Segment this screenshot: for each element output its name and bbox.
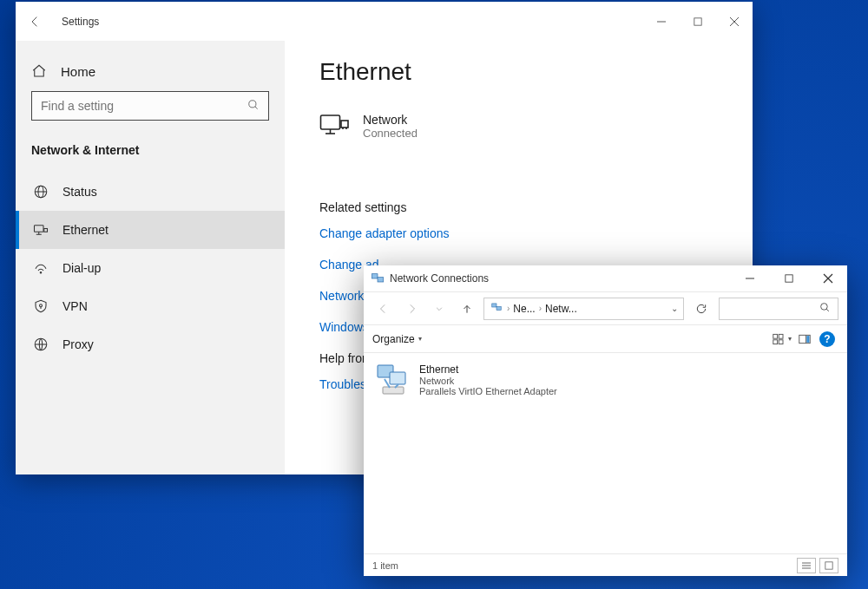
- nav-back-button[interactable]: [372, 298, 395, 320]
- breadcrumb-seg-2[interactable]: Netw...: [545, 303, 577, 315]
- explorer-maximize-button[interactable]: [769, 265, 808, 291]
- explorer-window-title: Network Connections: [390, 272, 730, 285]
- back-button[interactable]: [16, 2, 55, 41]
- explorer-status-bar: 1 item: [364, 553, 847, 576]
- chevron-right-icon: ›: [539, 304, 542, 313]
- proxy-icon: [33, 337, 49, 352]
- svg-rect-1: [694, 17, 701, 24]
- adapter-icon: [374, 363, 409, 398]
- view-options-button[interactable]: ▾: [771, 328, 793, 350]
- sidebar-item-label: Status: [62, 185, 97, 199]
- nav-forward-button[interactable]: [400, 298, 423, 320]
- network-monitor-icon: [319, 112, 347, 140]
- maximize-button[interactable]: [680, 9, 716, 35]
- svg-rect-12: [44, 229, 48, 232]
- sidebar-item-status[interactable]: Status: [16, 173, 285, 211]
- sidebar-item-ethernet[interactable]: Ethernet: [16, 211, 285, 249]
- sidebar-item-proxy[interactable]: Proxy: [16, 325, 285, 363]
- svg-point-4: [249, 100, 256, 107]
- breadcrumb[interactable]: › Ne... › Netw... ⌄: [483, 298, 684, 320]
- minimize-button[interactable]: [643, 9, 680, 35]
- svg-rect-36: [773, 339, 778, 344]
- dialup-icon: [33, 260, 49, 276]
- settings-sidebar: Home Network & Internet Status Ethern: [16, 41, 285, 474]
- sidebar-item-label: Proxy: [62, 337, 94, 351]
- organize-menu[interactable]: Organize ▾: [372, 333, 422, 345]
- explorer-close-button[interactable]: [808, 265, 847, 291]
- network-card[interactable]: Network Connected: [319, 112, 718, 140]
- svg-rect-25: [378, 278, 384, 282]
- status-icon: [33, 184, 49, 200]
- close-button[interactable]: [716, 9, 753, 35]
- large-icons-view-button[interactable]: [819, 558, 838, 573]
- search-icon: [247, 99, 260, 114]
- sidebar-item-dialup[interactable]: Dial-up: [16, 249, 285, 287]
- svg-point-14: [40, 304, 43, 307]
- search-icon: [819, 302, 831, 316]
- help-icon: ?: [819, 331, 835, 347]
- network-name: Network: [363, 113, 418, 127]
- adapter-name: Ethernet: [419, 363, 557, 376]
- svg-rect-30: [492, 304, 496, 307]
- help-button[interactable]: ?: [816, 328, 838, 350]
- preview-pane-button[interactable]: [793, 328, 816, 350]
- svg-line-5: [255, 106, 258, 108]
- nav-recent-button[interactable]: [428, 298, 450, 320]
- organize-label: Organize: [372, 333, 415, 345]
- svg-rect-49: [825, 561, 832, 568]
- svg-point-32: [821, 303, 828, 310]
- svg-rect-27: [785, 275, 792, 282]
- breadcrumb-root-icon: [490, 301, 503, 316]
- network-status: Connected: [363, 127, 418, 140]
- svg-rect-31: [496, 306, 501, 310]
- status-item-count: 1 item: [372, 560, 398, 571]
- refresh-button[interactable]: [689, 298, 713, 320]
- dropdown-caret-icon: ▾: [788, 335, 792, 343]
- nav-up-button[interactable]: [456, 298, 478, 320]
- home-icon: [31, 63, 47, 79]
- ethernet-icon: [33, 222, 49, 238]
- svg-rect-40: [806, 336, 809, 343]
- vpn-icon: [33, 298, 49, 314]
- svg-rect-42: [390, 372, 405, 384]
- home-label: Home: [61, 64, 95, 79]
- svg-rect-18: [321, 115, 340, 129]
- app-title: Settings: [62, 16, 99, 28]
- svg-rect-9: [35, 226, 44, 232]
- settings-search[interactable]: [31, 91, 269, 121]
- related-settings-header: Related settings: [319, 200, 718, 214]
- sidebar-section-header: Network & Internet: [31, 136, 269, 173]
- details-view-button[interactable]: [797, 558, 816, 573]
- sidebar-item-label: VPN: [62, 299, 88, 313]
- dropdown-caret-icon: ▾: [418, 335, 422, 343]
- explorer-toolbar: Organize ▾ ▾ ?: [364, 325, 847, 353]
- svg-rect-34: [773, 334, 778, 338]
- sidebar-home[interactable]: Home: [31, 56, 269, 91]
- explorer-title-bar: Network Connections: [364, 265, 847, 292]
- svg-line-33: [826, 309, 829, 311]
- svg-point-13: [40, 272, 42, 274]
- svg-rect-43: [383, 387, 404, 394]
- adapter-item-ethernet[interactable]: Ethernet Network Parallels VirtIO Ethern…: [374, 363, 600, 398]
- breadcrumb-seg-1[interactable]: Ne...: [513, 303, 535, 315]
- chevron-right-icon: ›: [507, 304, 510, 313]
- explorer-address-bar: › Ne... › Netw... ⌄: [364, 292, 847, 325]
- svg-rect-24: [372, 274, 378, 278]
- settings-search-input[interactable]: [41, 99, 247, 113]
- adapter-device: Parallels VirtIO Ethernet Adapter: [419, 386, 557, 396]
- svg-rect-35: [779, 334, 783, 338]
- adapter-network: Network: [419, 376, 557, 386]
- explorer-search[interactable]: [719, 298, 838, 320]
- chevron-down-icon[interactable]: ⌄: [671, 304, 678, 313]
- explorer-window: Network Connections › Ne...: [364, 265, 847, 576]
- explorer-minimize-button[interactable]: [730, 265, 769, 291]
- link-change-adapter-options[interactable]: Change adapter options: [319, 226, 718, 240]
- svg-rect-37: [779, 339, 783, 344]
- sidebar-item-label: Ethernet: [62, 223, 108, 237]
- sidebar-item-vpn[interactable]: VPN: [16, 287, 285, 325]
- page-title: Ethernet: [319, 58, 718, 86]
- network-connections-icon: [371, 272, 385, 285]
- svg-rect-21: [341, 121, 348, 128]
- explorer-content: Ethernet Network Parallels VirtIO Ethern…: [364, 353, 847, 553]
- settings-title-bar: Settings: [16, 2, 753, 41]
